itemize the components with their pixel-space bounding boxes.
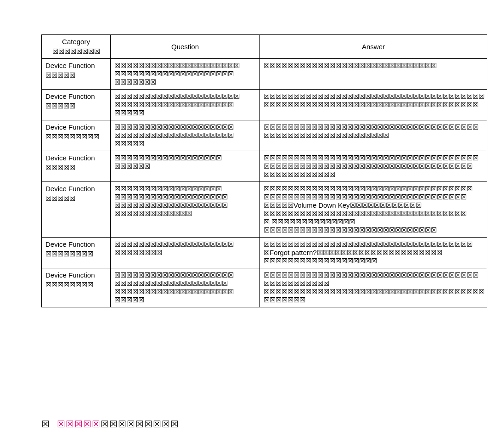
faq-table: Category ☒☒☒☒☒☒☒☒ Question Answer Device… [41,34,487,307]
table-header-row: Category ☒☒☒☒☒☒☒☒ Question Answer [42,35,487,59]
answer-line: ☒☒☒☒☒☒☒☒☒☒☒☒☒☒☒☒☒☒☒☒☒☒☒☒☒☒☒☒☒☒☒☒☒☒☒☒☒ [264,92,483,101]
cell-answer: ☒☒☒☒☒☒☒☒☒☒☒☒☒☒☒☒☒☒☒☒☒☒☒☒☒☒☒☒☒☒☒☒☒☒☒☒ For… [260,238,487,268]
category-sub: ☒☒☒☒☒ [45,164,75,172]
question-line: ☒☒☒☒☒☒☒☒☒☒☒☒☒☒☒☒☒☒☒☒ [114,271,256,279]
answer-bold: Volume Down Key [293,201,350,209]
question-line: ☒☒☒☒☒☒ [114,162,256,170]
table-row: Device Function☒☒☒☒☒☒☒☒☒☒☒☒☒☒☒☒☒☒☒☒☒☒☒☒☒… [42,238,487,268]
category-sub: ☒☒☒☒☒☒☒☒ [45,250,93,258]
table-row: Device Function☒☒☒☒☒☒☒☒☒☒☒☒☒☒☒☒☒☒☒☒☒☒☒☒☒… [42,151,487,182]
cell-question: ☒☒☒☒☒☒☒☒☒☒☒☒☒☒☒☒☒☒☒☒☒☒☒☒☒☒☒☒☒☒☒☒☒☒☒☒☒☒☒☒… [111,268,260,307]
answer-line: ☒☒☒☒☒☒☒☒☒☒☒☒☒☒☒☒☒☒☒☒☒☒☒☒☒☒☒☒☒☒☒☒☒☒☒ [264,185,483,193]
cell-question: ☒☒☒☒☒☒☒☒☒☒☒☒☒☒☒☒☒☒☒☒☒☒☒☒ [111,151,260,182]
cell-answer: ☒☒☒☒☒☒☒☒☒☒☒☒☒☒☒☒☒☒☒☒☒☒☒☒☒☒☒☒☒☒☒☒☒☒☒☒☒☒☒☒… [260,90,487,120]
page-footer: ☒ ☒☒☒☒☒☒☒☒☒☒☒☒☒☒ [41,419,179,430]
cell-category: Device Function☒☒☒☒☒ [42,59,111,90]
cell-question: ☒☒☒☒☒☒☒☒☒☒☒☒☒☒☒☒☒☒☒☒☒☒☒☒☒☒☒☒ [111,238,260,268]
question-line: ☒☒☒☒☒☒☒☒☒☒☒☒☒☒☒☒☒☒☒ [114,193,256,201]
answer-line: ☒☒☒☒☒☒☒☒☒☒☒☒☒☒☒☒☒☒☒☒☒☒☒☒☒☒☒☒☒☒☒☒☒☒ [264,210,483,218]
category-main: Device Function [45,92,107,100]
question-line: ☒☒☒☒☒ [114,296,256,304]
category-main: Device Function [45,62,107,69]
question-line: ☒☒☒☒☒☒☒☒☒☒☒☒☒☒☒☒☒☒ [114,154,256,162]
cell-category: Device Function☒☒☒☒☒☒☒☒ [42,238,111,268]
category-sub: ☒☒☒☒☒☒☒☒☒ [45,133,99,141]
question-line: ☒☒☒☒☒☒☒☒☒☒☒☒☒☒☒☒☒☒☒☒ [114,123,256,131]
cell-question: ☒☒☒☒☒☒☒☒☒☒☒☒☒☒☒☒☒☒☒☒☒☒☒☒☒☒☒☒☒☒☒☒☒☒☒☒☒☒☒☒… [111,182,260,238]
question-line: ☒☒☒☒☒☒☒☒☒☒☒☒☒☒☒☒☒☒☒☒ [114,240,256,249]
question-line: ☒☒☒☒☒☒☒☒☒☒☒☒☒☒☒☒☒☒☒☒ [114,101,256,109]
cell-category: Device Function☒☒☒☒☒☒☒☒ [42,268,111,307]
answer-line: ☒☒☒☒☒☒☒☒☒☒☒☒☒☒☒☒☒☒☒☒☒☒☒☒☒☒☒☒☒☒☒☒☒☒☒☒ [264,101,483,109]
category-main: Device Function [45,123,107,131]
question-line: ☒☒☒☒☒☒☒☒☒☒☒☒☒ [114,210,256,218]
answer-line: ☒ Forgot pattern? ☒☒☒☒☒☒☒☒☒☒☒☒☒☒☒☒☒☒☒☒☒ [264,249,483,257]
question-line: ☒☒☒☒☒☒☒ [114,78,256,86]
table-row: Device Function☒☒☒☒☒☒☒☒☒☒☒☒☒☒☒☒☒☒☒☒☒☒☒☒☒… [42,59,487,90]
table-row: Device Function☒☒☒☒☒☒☒☒☒☒☒☒☒☒☒☒☒☒☒☒☒☒☒☒☒… [42,268,487,307]
cell-answer: ☒☒☒☒☒☒☒☒☒☒☒☒☒☒☒☒☒☒☒☒☒☒☒☒☒☒☒☒☒☒☒☒☒☒☒☒☒☒☒☒… [260,182,487,238]
answer-bold: Forgot pattern? [270,249,317,256]
header-category-main: Category [45,38,107,45]
footer-pink-text: ☒☒☒☒☒ [57,419,101,429]
question-line: ☒☒☒☒☒☒☒☒☒☒☒☒☒☒☒☒☒☒☒☒ [114,70,256,78]
question-line: ☒☒☒☒☒ [114,140,256,148]
answer-line: ☒☒☒☒☒☒☒☒☒☒☒☒☒☒☒☒☒☒☒☒☒☒☒☒☒☒☒☒☒ [264,226,483,234]
answer-line: ☒☒☒☒☒☒☒☒☒☒☒☒☒☒☒☒☒☒☒☒☒☒☒☒☒☒☒☒☒☒☒☒☒☒☒☒ [264,123,483,131]
table-row: Device Function☒☒☒☒☒☒☒☒☒☒☒☒☒☒☒☒☒☒☒☒☒☒☒☒☒… [42,90,487,120]
table-row: Device Function☒☒☒☒☒☒☒☒☒☒☒☒☒☒☒☒☒☒☒☒☒☒☒☒☒… [42,182,487,238]
table-row: Device Function☒☒☒☒☒☒☒☒☒☒☒☒☒☒☒☒☒☒☒☒☒☒☒☒☒… [42,120,487,151]
cell-question: ☒☒☒☒☒☒☒☒☒☒☒☒☒☒☒☒☒☒☒☒☒☒☒☒☒☒☒☒☒☒☒☒☒☒☒☒☒☒☒☒… [111,90,260,120]
answer-line: ☒☒☒☒☒☒☒☒☒☒☒☒☒☒☒☒☒☒☒☒☒☒☒☒☒☒☒☒☒☒☒☒☒☒ [264,193,483,201]
question-line: ☒☒☒☒☒☒☒☒☒☒☒☒☒☒☒☒☒☒☒ [114,279,256,288]
answer-line: ☒ ☒☒☒☒☒☒☒☒☒☒☒☒☒☒ [264,218,483,226]
cell-question: ☒☒☒☒☒☒☒☒☒☒☒☒☒☒☒☒☒☒☒☒☒☒☒☒☒☒☒☒☒☒☒☒☒☒☒☒☒☒☒☒… [111,59,260,90]
cell-category: Device Function☒☒☒☒☒☒☒☒☒ [42,120,111,151]
header-answer: Answer [260,35,487,59]
category-main: Device Function [45,154,107,162]
header-question: Question [111,35,260,59]
answer-line: ☒☒☒☒☒☒☒☒☒☒☒☒☒☒☒☒☒☒☒☒☒☒☒☒☒☒☒☒☒ [264,62,483,70]
cell-answer: ☒☒☒☒☒☒☒☒☒☒☒☒☒☒☒☒☒☒☒☒☒☒☒☒☒☒☒☒☒ [260,59,487,90]
cell-answer: ☒☒☒☒☒☒☒☒☒☒☒☒☒☒☒☒☒☒☒☒☒☒☒☒☒☒☒☒☒☒☒☒☒☒☒☒☒☒☒☒… [260,120,487,151]
footer-rest-text: ☒☒☒☒☒☒☒☒☒ [101,419,179,429]
answer-line: ☒☒☒☒☒☒☒☒☒☒☒ [264,279,483,288]
question-line: ☒☒☒☒☒☒☒☒☒☒☒☒☒☒☒☒☒☒☒☒☒ [114,92,256,101]
answer-line: ☒☒☒☒☒☒☒☒☒☒☒☒☒☒☒☒☒☒☒☒☒☒☒☒☒☒☒☒☒☒☒☒☒☒☒☒ [264,154,483,162]
cell-category: Device Function☒☒☒☒☒ [42,151,111,182]
question-line: ☒☒☒☒☒☒☒☒☒☒☒☒☒☒☒☒☒☒ [114,185,256,193]
question-line: ☒☒☒☒☒☒☒☒☒☒☒☒☒☒☒☒☒☒☒☒ [114,131,256,140]
answer-line: ☒☒☒☒☒☒☒ [264,296,483,304]
header-category: Category ☒☒☒☒☒☒☒☒ [42,35,111,59]
answer-line: ☒☒☒☒☒ Volume Down Key☒☒☒☒☒☒☒☒☒☒☒☒ [264,201,483,210]
cell-category: Device Function☒☒☒☒☒ [42,182,111,238]
footer-glyph: ☒ [41,419,50,429]
answer-line: ☒☒☒☒☒☒☒☒☒☒☒☒☒☒☒☒☒☒☒☒☒☒☒☒☒☒☒☒☒☒☒☒☒☒☒☒ [264,271,483,279]
category-main: Device Function [45,240,107,248]
category-sub: ☒☒☒☒☒☒☒☒ [45,281,93,289]
cell-category: Device Function☒☒☒☒☒ [42,90,111,120]
answer-line: ☒☒☒☒☒☒☒☒☒☒☒☒☒☒☒☒☒☒☒☒☒☒☒☒☒☒☒☒☒☒☒☒☒☒☒ [264,162,483,170]
category-sub: ☒☒☒☒☒ [45,102,75,110]
question-line: ☒☒☒☒☒☒☒☒☒☒☒☒☒☒☒☒☒☒☒☒ [114,288,256,296]
question-line: ☒☒☒☒☒☒☒☒☒☒☒☒☒☒☒☒☒☒☒☒☒ [114,62,256,70]
answer-line: ☒☒☒☒☒☒☒☒☒☒☒☒☒☒☒☒☒☒☒☒☒☒☒☒☒☒☒☒☒☒☒☒☒☒☒☒☒ [264,288,483,296]
question-line: ☒☒☒☒☒☒☒☒ [114,249,256,257]
category-main: Device Function [45,271,107,279]
answer-line: ☒☒☒☒☒☒☒☒☒☒☒☒☒☒☒☒☒☒☒☒☒☒☒☒☒☒☒☒☒☒☒☒☒☒☒ [264,240,483,249]
answer-line: ☒☒☒☒☒☒☒☒☒☒☒☒ [264,170,483,179]
question-line: ☒☒☒☒☒☒☒☒☒☒☒☒☒☒☒☒☒☒☒ [114,201,256,210]
header-category-sub: ☒☒☒☒☒☒☒☒ [52,47,100,56]
answer-line: ☒☒☒☒☒☒☒☒☒☒☒☒☒☒☒☒☒☒☒ [264,257,483,265]
answer-line: ☒☒☒☒☒☒☒☒☒☒☒☒☒☒☒☒☒☒☒☒☒ [264,131,483,140]
cell-answer: ☒☒☒☒☒☒☒☒☒☒☒☒☒☒☒☒☒☒☒☒☒☒☒☒☒☒☒☒☒☒☒☒☒☒☒☒☒☒☒☒… [260,268,487,307]
cell-answer: ☒☒☒☒☒☒☒☒☒☒☒☒☒☒☒☒☒☒☒☒☒☒☒☒☒☒☒☒☒☒☒☒☒☒☒☒☒☒☒☒… [260,151,487,182]
category-sub: ☒☒☒☒☒ [45,194,75,203]
faq-table-wrapper: Category ☒☒☒☒☒☒☒☒ Question Answer Device… [41,34,487,307]
category-sub: ☒☒☒☒☒ [45,71,75,79]
question-line: ☒☒☒☒☒ [114,109,256,117]
category-main: Device Function [45,185,107,193]
cell-question: ☒☒☒☒☒☒☒☒☒☒☒☒☒☒☒☒☒☒☒☒☒☒☒☒☒☒☒☒☒☒☒☒☒☒☒☒☒☒☒☒… [111,120,260,151]
